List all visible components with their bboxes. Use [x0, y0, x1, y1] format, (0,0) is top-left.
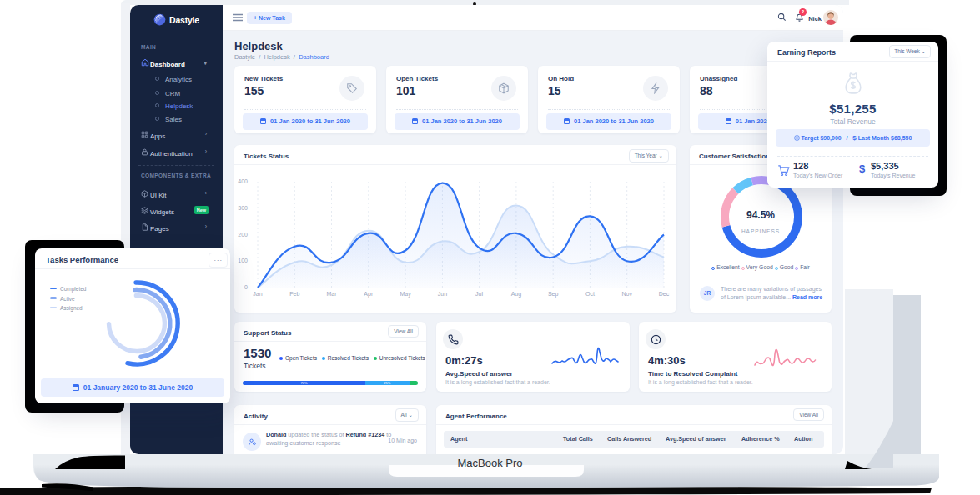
svg-text:100: 100	[238, 258, 248, 263]
svg-text:Dec: Dec	[659, 291, 670, 297]
svg-text:Aug: Aug	[511, 291, 522, 298]
svg-text:Oct: Oct	[585, 291, 595, 297]
svg-text:May: May	[400, 291, 411, 298]
svg-text:Nov: Nov	[621, 291, 632, 297]
svg-text:Jan: Jan	[253, 291, 262, 297]
svg-text:400: 400	[238, 178, 248, 184]
svg-text:Jul: Jul	[475, 291, 483, 297]
svg-text:0: 0	[244, 284, 248, 290]
svg-text:Apr: Apr	[364, 291, 374, 298]
svg-text:200: 200	[238, 232, 248, 238]
svg-text:Feb: Feb	[289, 291, 299, 297]
svg-text:300: 300	[238, 205, 248, 211]
svg-text:Jun: Jun	[438, 291, 447, 297]
svg-text:Sep: Sep	[548, 291, 559, 298]
svg-text:Mar: Mar	[326, 291, 337, 297]
